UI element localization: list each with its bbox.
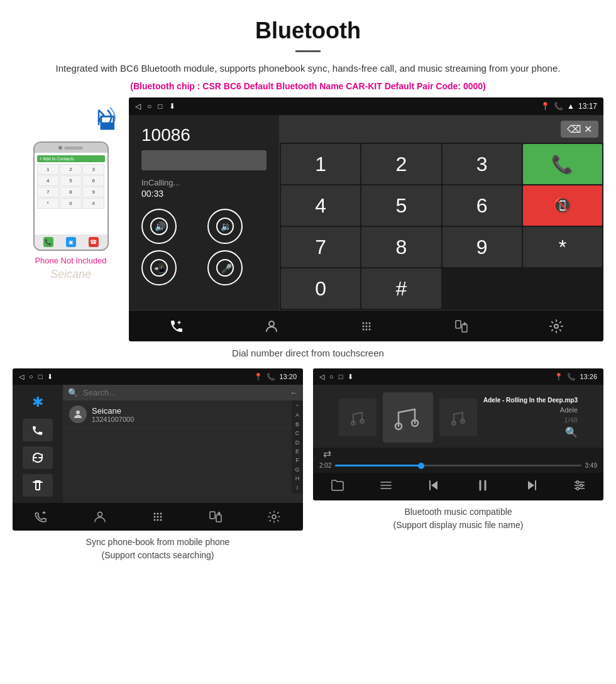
music-nav-folder[interactable] <box>331 478 344 495</box>
contact-seicane[interactable]: Seicane 13241007000 <box>63 400 292 429</box>
svg-text:📲: 📲 <box>154 263 165 274</box>
pb-nav-keypad[interactable] <box>151 510 165 524</box>
volume-down-button[interactable]: 🔉 <box>207 209 243 244</box>
pb-location-icon: 📍 <box>254 373 263 381</box>
key-2[interactable]: 2 <box>361 144 441 184</box>
answer-button[interactable]: 📞 <box>523 144 602 184</box>
music-time: 13:26 <box>580 373 597 380</box>
nav-transfer-icon[interactable] <box>454 319 469 334</box>
svg-point-32 <box>157 519 158 521</box>
volume-up-button[interactable]: 🔊 <box>141 209 177 244</box>
clock-time: 13:17 <box>578 102 597 111</box>
alpha-D[interactable]: D <box>292 438 303 447</box>
phone-key-hash: # <box>82 198 104 209</box>
key-5[interactable]: 5 <box>361 185 441 226</box>
dial-caption: Dial number direct from touchscreen <box>0 341 616 368</box>
contact-number: 13241007000 <box>92 416 285 423</box>
pb-status-bar: ◁ ○ □ ⬇ 📍 📞 13:20 <box>13 368 303 385</box>
music-status-left: ◁ ○ □ ⬇ <box>319 373 353 381</box>
nav-phone-icon[interactable] <box>169 319 184 334</box>
transfer-button[interactable]: 📲 <box>141 250 177 285</box>
alpha-E[interactable]: E <box>292 447 303 456</box>
pb-nav-transfer[interactable] <box>209 510 223 524</box>
home-nav-icon[interactable]: ○ <box>147 102 151 111</box>
call-info-panel: 10086 InCalling... 00:33 🔊 <box>129 115 280 310</box>
recents-nav-icon[interactable]: □ <box>158 102 162 111</box>
phonebook-caption: Sync phone-book from mobile phone(Suppor… <box>13 531 303 565</box>
bluetooth-sidebar-icon[interactable]: ✱ <box>23 391 53 414</box>
music-prev-button[interactable] <box>427 478 441 495</box>
phone-keypad: 1 2 3 4 5 6 7 8 9 * 0 # <box>37 164 105 209</box>
music-next-button[interactable] <box>524 478 538 495</box>
nav-contacts-icon[interactable] <box>264 319 279 334</box>
phone-key-6: 6 <box>82 175 104 186</box>
pb-nav-call[interactable] <box>35 510 48 524</box>
key-4[interactable]: 4 <box>281 185 360 226</box>
shuffle-icon[interactable]: ⇄ <box>323 448 331 460</box>
nav-settings-icon[interactable] <box>549 319 564 334</box>
music-play-pause-button[interactable] <box>476 478 490 495</box>
music-recents-icon: □ <box>339 373 343 380</box>
music-back-icon: ◁ <box>319 373 324 381</box>
nav-keypad-icon[interactable] <box>359 319 374 334</box>
alpha-H[interactable]: H <box>292 474 303 483</box>
svg-point-19 <box>368 328 370 330</box>
delete-button[interactable]: ⌫ ✕ <box>561 121 598 138</box>
key-1[interactable]: 1 <box>281 144 360 184</box>
pb-recents-icon: □ <box>38 373 43 380</box>
alpha-C[interactable]: C <box>292 429 303 438</box>
alpha-G[interactable]: G <box>292 465 303 474</box>
key-8[interactable]: 8 <box>361 227 441 267</box>
key-7[interactable]: 7 <box>281 227 360 267</box>
delete-sidebar-button[interactable] <box>23 474 53 497</box>
pb-contact-list: 🔍 ← <box>63 385 303 503</box>
call-sidebar-button[interactable] <box>23 419 53 441</box>
key-9[interactable]: 9 <box>443 227 522 267</box>
progress-bar[interactable] <box>335 465 581 466</box>
pb-nav-contacts[interactable] <box>93 510 107 524</box>
pb-bottom-nav <box>13 503 303 531</box>
search-input[interactable] <box>83 388 285 397</box>
delete-x-icon: ✕ <box>584 123 592 135</box>
music-status-right: 📍 📞 13:26 <box>554 373 597 381</box>
phone-contact-label: + Add to Contacts <box>37 155 105 162</box>
phone-not-included-label: Phone Not Included <box>13 256 129 265</box>
key-0[interactable]: 0 <box>281 268 360 309</box>
svg-marker-50 <box>528 481 534 490</box>
phone-speaker <box>58 146 62 150</box>
alpha-A[interactable]: A <box>292 411 303 419</box>
svg-point-23 <box>76 411 80 414</box>
contact-info: Seicane 13241007000 <box>92 406 285 423</box>
alpha-star[interactable]: * <box>292 402 303 411</box>
sync-sidebar-button[interactable] <box>23 446 53 469</box>
music-caption: Bluetooth music compatible(Support displ… <box>313 500 603 534</box>
svg-point-13 <box>368 322 370 324</box>
svg-point-22 <box>554 324 558 328</box>
music-nav-list[interactable] <box>379 478 393 495</box>
alpha-B[interactable]: B <box>292 420 303 429</box>
phone-end-icon: ☎ <box>89 237 99 247</box>
music-screen-wrap: ◁ ○ □ ⬇ 📍 📞 13:26 <box>313 368 603 565</box>
pb-nav-settings[interactable] <box>267 510 281 524</box>
key-hash[interactable]: # <box>361 268 441 309</box>
alpha-I[interactable]: I <box>292 483 303 492</box>
end-call-button[interactable]: 📵 <box>523 185 602 226</box>
music-settings-icon[interactable] <box>573 478 586 495</box>
music-status-bar: ◁ ○ □ ⬇ 📍 📞 13:26 <box>313 368 603 385</box>
alpha-F[interactable]: F <box>292 456 303 465</box>
svg-point-57 <box>576 487 579 490</box>
call-top-bar-right: ⌫ ✕ <box>280 115 603 143</box>
back-nav-icon[interactable]: ◁ <box>135 102 141 111</box>
call-status-icon: 📞 <box>554 102 563 111</box>
phonebook-screen-wrap: ◁ ○ □ ⬇ 📍 📞 13:20 ✱ <box>13 368 303 565</box>
key-3[interactable]: 3 <box>443 144 522 184</box>
key-6[interactable]: 6 <box>443 185 522 226</box>
mute-button[interactable]: 🎤 <box>207 250 243 285</box>
music-search-icon[interactable]: 🔍 <box>565 426 578 438</box>
alpha-list: * A B C D E F G H I <box>292 400 303 494</box>
call-status-text: InCalling... <box>141 178 267 187</box>
key-star[interactable]: * <box>523 227 602 267</box>
phone-key-star: * <box>37 198 59 209</box>
phone-key-0: 0 <box>60 198 82 209</box>
status-bar-right: 📍 📞 ▲ 13:17 <box>541 102 597 111</box>
